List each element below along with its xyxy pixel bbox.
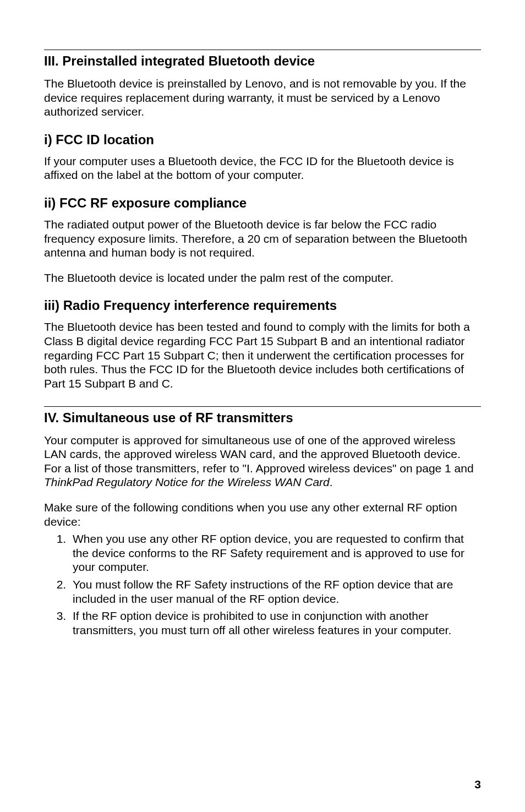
list-item: You must follow the RF Safety instructio… bbox=[69, 577, 481, 606]
sub-i-heading: i) FCC ID location bbox=[44, 132, 481, 148]
list-item: If the RF option device is prohibited to… bbox=[69, 609, 481, 637]
sub-iii-heading: iii) Radio Frequency interference requir… bbox=[44, 298, 481, 313]
section-4-para-1: Your computer is approved for simultaneo… bbox=[44, 433, 481, 489]
sub-iii-para: The Bluetooth device has been tested and… bbox=[44, 320, 481, 390]
section-4-heading: IV. Simultaneous use of RF transmitters bbox=[44, 410, 481, 426]
conditions-list: When you use any other RF option device,… bbox=[44, 532, 481, 637]
section-rule bbox=[44, 50, 481, 50]
section-3-para: The Bluetooth device is preinstalled by … bbox=[44, 77, 481, 119]
sub-ii-para-2: The Bluetooth device is located under th… bbox=[44, 271, 481, 285]
section-rule bbox=[44, 406, 481, 407]
sub-ii-heading: ii) FCC RF exposure compliance bbox=[44, 195, 481, 211]
text-run: Your computer is approved for simultaneo… bbox=[44, 434, 474, 475]
section-4-para-2: Make sure of the following conditions wh… bbox=[44, 500, 481, 528]
italic-title: ThinkPad Regulatory Notice for the Wirel… bbox=[44, 476, 330, 488]
section-3-heading: III. Preinstalled integrated Bluetooth d… bbox=[44, 53, 481, 69]
sub-i-para: If your computer uses a Bluetooth device… bbox=[44, 154, 481, 182]
sub-ii-para-1: The radiated output power of the Bluetoo… bbox=[44, 217, 481, 260]
text-run: . bbox=[330, 476, 333, 488]
list-item: When you use any other RF option device,… bbox=[69, 532, 481, 574]
page-number: 3 bbox=[474, 778, 481, 791]
